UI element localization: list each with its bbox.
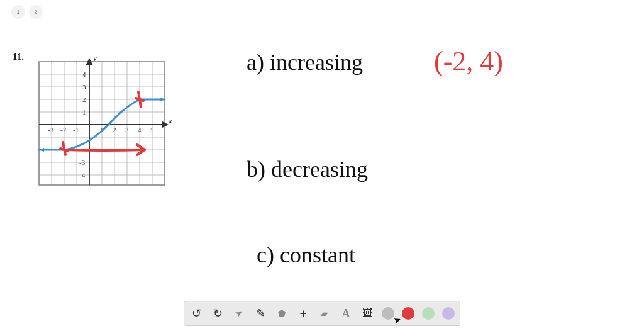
svg-text:4: 4 [138, 126, 142, 133]
page-tab-1[interactable]: 1 [11, 5, 25, 19]
answer-a-interval: (-2, 4) [434, 45, 503, 77]
svg-marker-24 [162, 122, 167, 127]
graph: y x -3 -2 -1 1 2 3 4 5 1 2 3 4 -3 -4 [33, 55, 174, 191]
color-gray[interactable] [382, 307, 394, 320]
svg-text:3: 3 [82, 83, 86, 91]
pointer-tool[interactable]: ➤ [230, 304, 248, 323]
page-tab-2[interactable]: 2 [29, 5, 43, 19]
redo-button[interactable]: ↻ [211, 306, 225, 320]
svg-text:-3: -3 [48, 126, 54, 133]
svg-text:-2: -2 [60, 126, 66, 133]
image-tool[interactable]: 🖼 [360, 306, 374, 320]
shapes-tool[interactable]: ⬟ [275, 306, 289, 320]
undo-button[interactable]: ↺ [189, 306, 203, 320]
color-red[interactable] [402, 307, 414, 320]
svg-text:1: 1 [82, 108, 86, 116]
answer-a: a) increasing [247, 49, 363, 76]
answer-c: c) constant [257, 242, 355, 268]
pencil-tool[interactable]: ✎ [253, 306, 267, 320]
svg-marker-26 [87, 59, 92, 64]
text-tool[interactable]: A [339, 306, 353, 320]
color-green[interactable] [422, 307, 435, 320]
svg-text:2: 2 [113, 126, 116, 133]
svg-text:-1: -1 [73, 126, 79, 133]
color-purple[interactable] [442, 307, 455, 320]
graph-svg: y x -3 -2 -1 1 2 3 4 5 1 2 3 4 -3 -4 [33, 55, 174, 191]
svg-text:3: 3 [125, 126, 129, 133]
page-tabs: 1 2 [11, 5, 43, 19]
toolbar: ↺ ↻ ➤ ✎ ⬟ + ▰ A 🖼 [184, 301, 460, 326]
svg-text:-3: -3 [79, 159, 86, 166]
answer-b: b) decreasing [247, 156, 368, 182]
x-axis-label: x [168, 116, 172, 125]
svg-marker-43 [39, 148, 44, 152]
eraser-tool[interactable]: ▰ [315, 306, 334, 320]
plus-tool[interactable]: + [296, 306, 310, 320]
problem-number: 11. [13, 52, 24, 62]
y-axis-label: y [92, 55, 97, 62]
svg-text:-4: -4 [79, 171, 86, 179]
svg-text:2: 2 [82, 96, 86, 103]
svg-marker-44 [160, 98, 165, 101]
svg-text:4: 4 [82, 70, 86, 78]
svg-text:5: 5 [150, 126, 154, 133]
